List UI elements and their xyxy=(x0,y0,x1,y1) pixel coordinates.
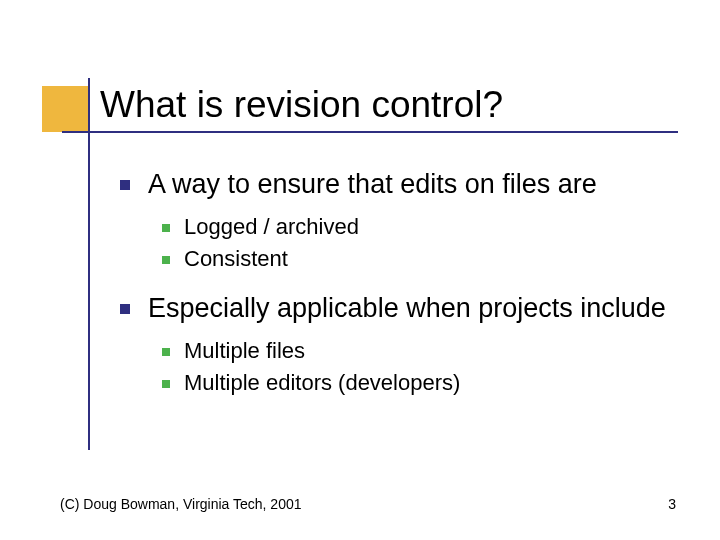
bullet-text: A way to ensure that edits on files are xyxy=(148,168,597,202)
square-bullet-icon xyxy=(120,180,130,190)
accent-square xyxy=(42,86,88,132)
bullet-level2: Multiple editors (developers) xyxy=(162,370,680,396)
vertical-rule xyxy=(88,78,90,450)
page-number: 3 xyxy=(668,496,676,512)
bullet-level1: A way to ensure that edits on files are xyxy=(120,168,680,202)
bullet-text: Multiple editors (developers) xyxy=(184,370,460,396)
bullet-level2: Logged / archived xyxy=(162,214,680,240)
footer-copyright: (C) Doug Bowman, Virginia Tech, 2001 xyxy=(60,496,302,512)
slide-body: A way to ensure that edits on files are … xyxy=(120,168,680,416)
horizontal-rule xyxy=(62,131,678,133)
square-bullet-icon xyxy=(120,304,130,314)
square-bullet-icon xyxy=(162,380,170,388)
bullet-level1: Especially applicable when projects incl… xyxy=(120,292,680,326)
bullet-text: Especially applicable when projects incl… xyxy=(148,292,666,326)
sub-bullet-group: Logged / archived Consistent xyxy=(162,214,680,272)
slide-title: What is revision control? xyxy=(100,84,503,126)
square-bullet-icon xyxy=(162,224,170,232)
sub-bullet-group: Multiple files Multiple editors (develop… xyxy=(162,338,680,396)
bullet-level2: Consistent xyxy=(162,246,680,272)
bullet-text: Multiple files xyxy=(184,338,305,364)
square-bullet-icon xyxy=(162,256,170,264)
square-bullet-icon xyxy=(162,348,170,356)
bullet-level2: Multiple files xyxy=(162,338,680,364)
bullet-text: Logged / archived xyxy=(184,214,359,240)
bullet-text: Consistent xyxy=(184,246,288,272)
